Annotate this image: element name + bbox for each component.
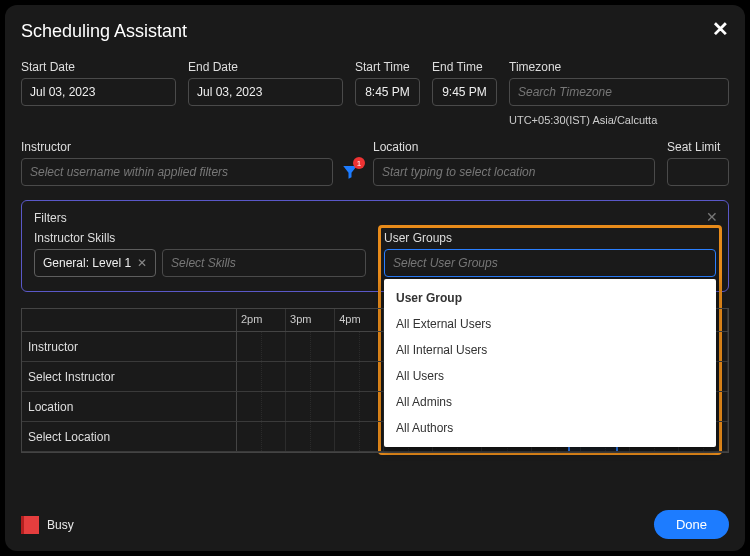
location-label: Location bbox=[373, 140, 655, 154]
seat-limit-input[interactable] bbox=[667, 158, 729, 186]
start-date-input[interactable]: Jul 03, 2023 bbox=[21, 78, 176, 106]
dropdown-item[interactable]: All External Users bbox=[384, 311, 716, 337]
timeline-slot[interactable] bbox=[335, 362, 384, 391]
start-time-label: Start Time bbox=[355, 60, 420, 74]
instructor-label: Instructor bbox=[21, 140, 361, 154]
timeline-hour: 2pm bbox=[237, 309, 286, 331]
user-groups-dropdown: User Group All External Users All Intern… bbox=[384, 279, 716, 447]
busy-label: Busy bbox=[47, 518, 74, 532]
timeline-row-label: Instructor bbox=[22, 332, 237, 361]
instructor-input[interactable]: Select username within applied filters bbox=[21, 158, 333, 186]
legend: Busy bbox=[21, 516, 74, 534]
modal-footer: Busy Done bbox=[21, 510, 729, 539]
location-input[interactable]: Start typing to select location bbox=[373, 158, 655, 186]
timeline-row-label: Location bbox=[22, 392, 237, 421]
chip-remove-icon[interactable]: ✕ bbox=[137, 256, 147, 270]
timeline-slot[interactable] bbox=[237, 422, 286, 451]
timeline-slot[interactable] bbox=[286, 422, 335, 451]
skill-chip[interactable]: General: Level 1 ✕ bbox=[34, 249, 156, 277]
end-time-label: End Time bbox=[432, 60, 497, 74]
end-date-label: End Date bbox=[188, 60, 343, 74]
timezone-note: UTC+05:30(IST) Asia/Calcutta bbox=[509, 114, 729, 126]
done-button[interactable]: Done bbox=[654, 510, 729, 539]
dropdown-item[interactable]: All Users bbox=[384, 363, 716, 389]
dropdown-header: User Group bbox=[384, 285, 716, 311]
start-date-value: Jul 03, 2023 bbox=[30, 85, 95, 99]
user-groups-input[interactable]: Select User Groups bbox=[384, 249, 716, 277]
end-time-input[interactable]: 9:45 PM bbox=[432, 78, 497, 106]
dropdown-item[interactable]: All Authors bbox=[384, 415, 716, 441]
skills-label: Instructor Skills bbox=[34, 231, 366, 245]
skill-chip-text: General: Level 1 bbox=[43, 256, 131, 270]
timeline-slot[interactable] bbox=[286, 362, 335, 391]
end-date-input[interactable]: Jul 03, 2023 bbox=[188, 78, 343, 106]
timeline-slot[interactable] bbox=[335, 392, 384, 421]
timeline-slot[interactable] bbox=[237, 362, 286, 391]
busy-swatch bbox=[21, 516, 39, 534]
timeline-slot[interactable] bbox=[286, 332, 335, 361]
filters-close-icon[interactable]: ✕ bbox=[706, 209, 718, 225]
filter-icon[interactable]: 1 bbox=[339, 161, 361, 183]
end-time-value: 9:45 PM bbox=[442, 85, 487, 99]
timeline-slot[interactable] bbox=[335, 332, 384, 361]
filters-panel: Filters ✕ Instructor Skills General: Lev… bbox=[21, 200, 729, 292]
dropdown-item[interactable]: All Internal Users bbox=[384, 337, 716, 363]
scheduling-assistant-modal: Scheduling Assistant ✕ Start Date Jul 03… bbox=[5, 5, 745, 551]
timeline-row-label: Select Location bbox=[22, 422, 237, 451]
timeline-slot[interactable] bbox=[286, 392, 335, 421]
skills-input[interactable]: Select Skills bbox=[162, 249, 366, 277]
timeline-slot[interactable] bbox=[237, 332, 286, 361]
seat-limit-label: Seat Limit bbox=[667, 140, 729, 154]
modal-title: Scheduling Assistant bbox=[21, 21, 729, 42]
timeline-row-label: Select Instructor bbox=[22, 362, 237, 391]
start-date-label: Start Date bbox=[21, 60, 176, 74]
start-time-value: 8:45 PM bbox=[365, 85, 410, 99]
instructor-location-row: Instructor Select username within applie… bbox=[21, 140, 729, 186]
dropdown-item[interactable]: All Admins bbox=[384, 389, 716, 415]
timeline-slot[interactable] bbox=[237, 392, 286, 421]
start-time-input[interactable]: 8:45 PM bbox=[355, 78, 420, 106]
filter-badge: 1 bbox=[353, 157, 365, 169]
timeline-hour: 4pm bbox=[335, 309, 384, 331]
user-groups-label: User Groups bbox=[384, 231, 716, 245]
close-icon[interactable]: ✕ bbox=[712, 17, 729, 41]
end-date-value: Jul 03, 2023 bbox=[197, 85, 262, 99]
timezone-input[interactable]: Search Timezone bbox=[509, 78, 729, 106]
timeline-hour: 3pm bbox=[286, 309, 335, 331]
timezone-label: Timezone bbox=[509, 60, 729, 74]
date-time-row: Start Date Jul 03, 2023 End Date Jul 03,… bbox=[21, 60, 729, 126]
timeline-slot[interactable] bbox=[335, 422, 384, 451]
filters-title: Filters bbox=[34, 211, 716, 225]
